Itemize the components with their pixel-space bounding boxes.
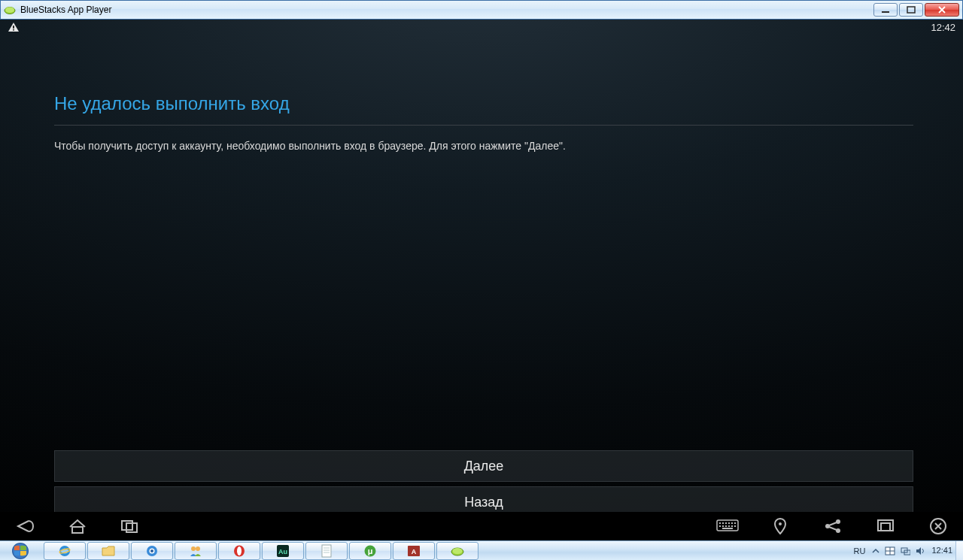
taskbar-item-torrent[interactable]: μ bbox=[349, 542, 391, 560]
dialog-content: Не удалось выполнить вход Чтобы получить… bbox=[54, 93, 913, 154]
svg-rect-10 bbox=[719, 522, 721, 524]
android-navbar bbox=[0, 512, 963, 540]
back-nav-icon[interactable] bbox=[12, 517, 38, 535]
svg-rect-17 bbox=[722, 525, 724, 527]
system-tray: RU 12:41 bbox=[846, 541, 955, 560]
fullscreen-icon[interactable] bbox=[873, 517, 898, 535]
tray-volume-icon[interactable] bbox=[915, 546, 925, 555]
svg-rect-2 bbox=[882, 11, 889, 13]
window-controls bbox=[873, 3, 959, 17]
svg-rect-14 bbox=[731, 522, 733, 524]
svg-rect-4 bbox=[13, 26, 14, 29]
svg-point-52 bbox=[453, 548, 463, 554]
svg-point-36 bbox=[150, 549, 153, 552]
svg-text:A: A bbox=[412, 548, 417, 555]
taskbar-item-access[interactable]: A bbox=[393, 542, 435, 560]
keyboard-icon[interactable] bbox=[715, 517, 740, 535]
dialog-title: Не удалось выполнить вход bbox=[54, 93, 913, 125]
svg-rect-16 bbox=[719, 525, 721, 527]
svg-rect-43 bbox=[322, 545, 331, 557]
statusbar-time: 12:42 bbox=[931, 22, 955, 33]
share-icon[interactable] bbox=[820, 517, 846, 535]
clock-time: 12:41 bbox=[931, 546, 952, 555]
dialog-separator bbox=[54, 125, 913, 126]
svg-point-23 bbox=[779, 522, 782, 525]
home-nav-icon[interactable] bbox=[65, 517, 90, 535]
warning-icon bbox=[8, 22, 20, 32]
svg-point-38 bbox=[196, 546, 200, 551]
close-button[interactable] bbox=[925, 3, 959, 17]
maximize-button[interactable] bbox=[899, 3, 923, 17]
svg-rect-11 bbox=[722, 522, 724, 524]
svg-rect-20 bbox=[731, 525, 733, 527]
svg-rect-5 bbox=[13, 29, 14, 31]
svg-rect-19 bbox=[728, 525, 730, 527]
svg-rect-12 bbox=[725, 522, 727, 524]
tray-icons bbox=[871, 546, 925, 555]
app-icon bbox=[4, 4, 16, 16]
svg-rect-18 bbox=[725, 525, 727, 527]
svg-rect-21 bbox=[734, 525, 736, 527]
window-titlebar: BlueStacks App Player bbox=[0, 0, 963, 20]
next-button[interactable]: Далее bbox=[54, 450, 913, 482]
svg-rect-6 bbox=[72, 527, 83, 533]
taskbar-item-browser[interactable] bbox=[131, 542, 173, 560]
dialog-buttons: Далее Назад bbox=[54, 450, 913, 518]
taskbar-item-people[interactable] bbox=[175, 542, 217, 560]
tray-network-icon[interactable] bbox=[900, 546, 910, 555]
tray-flag-icon[interactable] bbox=[885, 546, 895, 555]
taskbar-item-explorer[interactable] bbox=[87, 542, 129, 560]
minimize-button[interactable] bbox=[873, 3, 898, 17]
android-statusbar: 12:42 bbox=[0, 20, 963, 35]
svg-text:Au: Au bbox=[278, 548, 287, 555]
taskbar-item-opera[interactable] bbox=[218, 542, 260, 560]
android-frame: 12:42 Не удалось выполнить вход Чтобы по… bbox=[0, 20, 963, 540]
taskbar-item-notes[interactable] bbox=[305, 542, 348, 560]
svg-text:μ: μ bbox=[368, 546, 373, 555]
taskbar-item-audition[interactable]: Au bbox=[262, 542, 304, 560]
taskbar-item-ie[interactable] bbox=[44, 542, 86, 560]
taskbar-clock[interactable]: 12:41 bbox=[931, 546, 952, 555]
svg-point-37 bbox=[191, 546, 196, 551]
svg-rect-13 bbox=[728, 522, 730, 524]
svg-point-1 bbox=[5, 7, 14, 13]
window-title: BlueStacks App Player bbox=[20, 5, 873, 15]
svg-rect-15 bbox=[734, 522, 736, 524]
svg-point-40 bbox=[237, 546, 242, 555]
tray-chevron-icon[interactable] bbox=[871, 546, 880, 555]
svg-rect-22 bbox=[722, 528, 733, 529]
svg-rect-28 bbox=[881, 523, 890, 531]
location-icon[interactable] bbox=[767, 517, 793, 535]
close-x-icon[interactable] bbox=[925, 517, 951, 535]
dialog-message: Чтобы получить доступ к аккаунту, необхо… bbox=[54, 139, 913, 154]
windows-taskbar: Au μ A RU 12:41 bbox=[0, 540, 963, 560]
recents-nav-icon[interactable] bbox=[117, 517, 143, 535]
show-desktop-button[interactable] bbox=[955, 541, 963, 560]
taskbar-items: Au μ A bbox=[41, 541, 478, 560]
svg-rect-3 bbox=[907, 7, 915, 13]
language-indicator[interactable]: RU bbox=[854, 546, 866, 555]
start-button[interactable] bbox=[0, 541, 41, 560]
taskbar-item-bluestacks[interactable] bbox=[436, 542, 478, 560]
